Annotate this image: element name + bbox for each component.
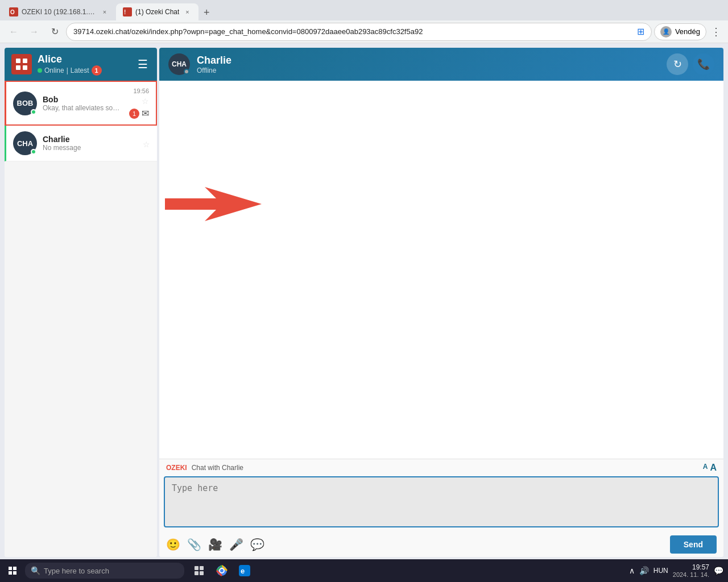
menu-button[interactable]: ☰	[135, 55, 150, 73]
charlie-info: Charlie No message	[43, 135, 137, 152]
taskbar-middle: e	[189, 560, 255, 581]
charlie-avatar-initials: CHA	[17, 139, 33, 148]
forward-button[interactable]: →	[25, 23, 43, 41]
charlie-avatar: CHA	[13, 131, 37, 155]
svg-text:!: !	[124, 9, 126, 15]
start-button[interactable]	[0, 559, 25, 582]
bob-meta: 19:56 ☆ 1 ✉	[129, 88, 149, 119]
chat-header: CHA Charlie Offline ↻ 📞	[159, 48, 723, 81]
taskbar-search[interactable]: 🔍 Type here to search	[25, 563, 184, 579]
search-icon: 🔍	[31, 566, 40, 575]
svg-rect-12	[13, 571, 16, 575]
font-size-small-button[interactable]: A	[703, 463, 708, 473]
status-text: Online	[44, 66, 64, 74]
svg-rect-9	[9, 567, 12, 570]
language-indicator: HUN	[653, 567, 668, 575]
tabs-bar: O OZEKI 10 (192.168.1.89) × ! (1) Ozeki …	[0, 0, 728, 20]
chat-contact-name: Charlie	[197, 55, 660, 66]
charlie-star-icon[interactable]: ☆	[143, 140, 150, 149]
bob-name: Bob	[43, 95, 123, 104]
taskbar-chrome[interactable]	[212, 560, 232, 581]
chat-toolbar: 🙂 📎 🎥 🎤 💬 Send	[159, 532, 723, 557]
status-dot	[38, 68, 42, 73]
emoji-button[interactable]: 🙂	[166, 538, 180, 551]
svg-rect-11	[9, 571, 12, 575]
chat-footer: OZEKI Chat with Charlie A A 🙂 📎 🎥 🎤 💬 Se…	[159, 459, 723, 557]
svg-rect-5	[23, 59, 27, 63]
new-tab-button[interactable]: +	[198, 5, 214, 20]
chat-input[interactable]	[172, 483, 711, 517]
ozeki-brand: OZEKI	[166, 464, 187, 472]
bob-notification-icon: ✉	[142, 108, 149, 119]
tab-ozeki-chat[interactable]: ! (1) Ozeki Chat ×	[116, 3, 198, 20]
chat-messages	[159, 81, 723, 459]
bob-avatar: BOB	[13, 92, 37, 115]
bob-avatar-initials: BOB	[17, 99, 34, 107]
tab1-label: OZEKI 10 (192.168.1.89)	[22, 8, 97, 16]
bob-info: Bob Okay, that alleviates some concern..…	[43, 95, 123, 112]
taskbar-clock: 19:57	[673, 563, 709, 571]
font-size-controls: A A	[703, 463, 717, 473]
svg-rect-4	[16, 59, 20, 63]
contact-item-charlie[interactable]: CHA Charlie No message ☆	[5, 126, 157, 161]
chat-avatar-status	[184, 69, 189, 74]
chat-avatar-initials: CHA	[172, 60, 187, 68]
chat-footer-label: OZEKI Chat with Charlie A A	[159, 459, 723, 474]
profile-button[interactable]: 👤 Vendég	[654, 23, 706, 40]
bob-unread-badge: 1	[129, 109, 139, 119]
video-button[interactable]: 🎥	[208, 538, 222, 551]
tab2-label: (1) Ozeki Chat	[135, 8, 179, 16]
app-area: Alice Online | Latest 1 ☰ BOB	[0, 43, 728, 562]
chat-refresh-button[interactable]: ↻	[667, 53, 688, 75]
volume-icon[interactable]: 🔊	[639, 566, 649, 575]
chat-title-area: Charlie Offline	[197, 55, 660, 74]
svg-rect-7	[23, 65, 27, 70]
user-status: Online | Latest 1	[38, 65, 130, 76]
attach-button[interactable]: 📎	[187, 538, 201, 551]
tab1-favicon: O	[9, 7, 18, 16]
bob-star-icon[interactable]: ☆	[142, 97, 149, 106]
search-placeholder: Type here to search	[44, 567, 109, 575]
chat-header-actions: ↻ 📞	[667, 53, 714, 75]
task-view-button[interactable]	[189, 560, 209, 581]
latest-label: Latest	[71, 66, 89, 74]
charlie-last-message: No message	[43, 144, 137, 152]
contact-item-bob[interactable]: BOB Bob Okay, that alleviates some conce…	[5, 81, 157, 126]
taskbar-date: 2024. 11. 14.	[673, 571, 709, 578]
svg-rect-10	[13, 567, 16, 570]
svg-rect-13	[195, 566, 198, 570]
taskbar-edge[interactable]: e	[234, 560, 255, 581]
right-panel: CHA Charlie Offline ↻ 📞 OZEKI Chat with …	[159, 48, 723, 557]
browser-chrome: O OZEKI 10 (192.168.1.89) × ! (1) Ozeki …	[0, 0, 728, 43]
font-size-large-button[interactable]: A	[710, 463, 717, 473]
system-tray-arrow[interactable]: ∧	[629, 566, 635, 575]
svg-rect-14	[200, 566, 204, 570]
back-button[interactable]: ←	[5, 23, 23, 41]
tab2-close[interactable]: ×	[183, 7, 192, 16]
chat-footer-text: Chat with Charlie	[192, 464, 243, 472]
mic-button[interactable]: 🎤	[229, 538, 243, 551]
browser-menu-button[interactable]: ⋮	[709, 23, 723, 40]
svg-rect-15	[195, 571, 198, 575]
charlie-meta: ☆	[143, 138, 150, 149]
user-name: Alice	[38, 53, 130, 65]
translate-icon[interactable]: ⊞	[637, 26, 644, 37]
taskbar-time[interactable]: 19:57 2024. 11. 14.	[673, 563, 709, 578]
address-bar[interactable]: 39714.ozeki.chat/ozeki/index.php?owpn=pa…	[66, 23, 652, 41]
notifications-icon[interactable]: 💬	[714, 566, 723, 575]
more-button[interactable]: 💬	[250, 538, 264, 551]
bob-status-indicator	[31, 109, 36, 115]
chat-input-area	[164, 476, 719, 527]
tab1-close[interactable]: ×	[100, 7, 109, 16]
send-button[interactable]: Send	[670, 535, 717, 554]
bob-last-message: Okay, that alleviates some concern...	[43, 104, 123, 112]
left-header: Alice Online | Latest 1 ☰	[5, 48, 157, 81]
svg-text:e: e	[241, 567, 245, 575]
tab-ozeki10[interactable]: O OZEKI 10 (192.168.1.89) ×	[2, 3, 116, 20]
chat-contact-avatar: CHA	[168, 53, 190, 75]
charlie-status-indicator	[31, 149, 36, 155]
latest-badge: 1	[92, 65, 102, 76]
refresh-button[interactable]: ↻	[46, 23, 64, 41]
charlie-name: Charlie	[43, 135, 137, 144]
chat-call-button[interactable]: 📞	[693, 53, 714, 75]
